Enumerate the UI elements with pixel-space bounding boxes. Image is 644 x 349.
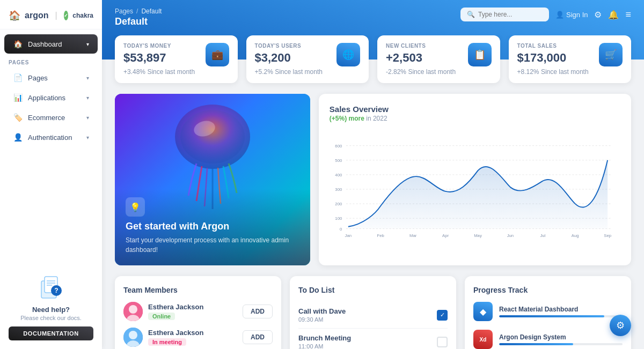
content-area: TODAY'S MONEY $53,897 +3.48% Since last … [102,35,644,349]
todo-checkbox-1[interactable] [437,337,448,347]
svg-text:?: ? [54,287,58,294]
featured-badge: 💡 [126,197,145,217]
header-actions: 👤 Sign In ⚙ 🔔 [555,10,619,20]
add-member-0-button[interactable]: ADD [243,305,273,318]
sidebar-nav: 🏠 Dashboard ▾ PAGES 📄 Pages ▾ 📊 Applicat… [0,29,102,263]
svg-text:300: 300 [335,187,342,192]
sidebar-help: ? Need help? Please check our docs. DOCU… [0,263,102,349]
svg-text:Jun: Jun [507,233,514,238]
breadcrumb-pages[interactable]: Pages [115,8,133,15]
page-title: Default [115,16,162,27]
stat-pct-sales: +8.12% [517,68,539,76]
pages-label: Pages [28,74,81,82]
logo-icon: 🏠 [9,10,20,21]
team-title: Team Members [123,286,273,294]
stat-card-sales: TOTAL SALES $173,000 +8.12% Since last m… [509,35,632,83]
header-left: Pages / Default Default [115,8,162,27]
stat-change-sales: +8.12% Since last month [517,68,589,76]
sidebar-item-dashboard[interactable]: 🏠 Dashboard ▾ [4,34,98,54]
progress-card: Progress Track ◆ React Material Dashboar… [465,276,631,349]
stat-card-clients: NEW CLIENTS +2,503 -2.82% Since last mon… [377,35,500,83]
avatar-svg-1 [123,328,143,347]
featured-content: 💡 Get started with Argon Start your deve… [115,189,310,265]
stat-label-clients: NEW CLIENTS [386,43,456,49]
search-input[interactable] [478,11,543,18]
todo-checkbox-0[interactable]: ✓ [437,310,448,321]
stat-value-clients: +2,503 [386,51,456,65]
auth-label: Authentication [28,133,81,142]
stat-icon-sales: 🛒 [599,43,623,66]
pages-icon: 📄 [13,73,23,83]
member-avatar-1 [123,328,143,347]
add-member-1-button[interactable]: ADD [243,330,273,344]
member-status-0: Online [148,313,175,320]
stat-cards: TODAY'S MONEY $53,897 +3.48% Since last … [115,35,631,83]
sales-chart: 600 500 400 300 200 100 0 Jan Feb Mar Ap… [330,128,620,251]
hamburger-button[interactable]: ≡ [625,9,631,20]
featured-card: 💡 Get started with Argon Start your deve… [115,94,310,265]
auth-icon: 👤 [13,132,23,142]
sidebar-dashboard-label: Dashboard [28,40,81,48]
stat-info-money: TODAY'S MONEY $53,897 +3.48% Since last … [123,43,195,76]
sales-subtitle: (+5%) more in 2022 [330,115,620,122]
progress-bar-1 [499,343,573,345]
svg-point-37 [129,331,137,339]
progress-icon-0: ◆ [473,302,493,321]
progress-item-1: Xd Argon Design System [473,330,623,349]
svg-point-34 [129,305,137,314]
progress-name-0: React Material Dashboard [499,306,623,313]
todo-task-0: Call with Dave [298,307,431,315]
progress-bar-wrap-0 [499,315,623,317]
svg-text:Jan: Jan [345,233,351,238]
sidebar-item-applications[interactable]: 📊 Applications ▾ [4,88,98,107]
header-right: 🔍 👤 Sign In ⚙ 🔔 ≡ [460,8,631,21]
breadcrumb: Pages / Default [115,8,162,15]
svg-text:600: 600 [335,144,342,148]
progress-info-1: Argon Design System [499,333,623,345]
team-members-card: Team Members Esthera Jackson Online ADD [115,276,281,349]
progress-item-0: ◆ React Material Dashboard [473,302,623,321]
logo-separator: | [55,11,57,20]
todo-task-1: Brunch Meeting [298,334,431,342]
progress-name-1: Argon Design System [499,333,623,341]
chart-area: 600 500 400 300 200 100 0 Jan Feb Mar Ap… [330,128,620,259]
svg-text:Jul: Jul [540,233,545,238]
stat-info-clients: NEW CLIENTS +2,503 -2.82% Since last mon… [386,43,456,76]
stat-change-clients: -2.82% Since last month [386,68,456,76]
chakra-badge: ✓ [64,11,69,20]
settings-fab[interactable]: ⚙ [610,315,631,336]
help-title: Need help? [32,306,70,314]
docs-button[interactable]: DOCUMENTATION [9,326,93,340]
sidebar-item-ecommerce[interactable]: 🏷️ Ecommerce ▾ [4,108,98,127]
settings-icon[interactable]: ⚙ [594,10,602,20]
ecommerce-icon: 🏷️ [13,113,23,122]
svg-point-8 [180,110,245,164]
svg-text:400: 400 [335,173,342,177]
notifications-icon[interactable]: 🔔 [608,10,619,20]
ecommerce-label: Ecommerce [28,114,81,122]
search-box: 🔍 [460,8,549,21]
sidebar-item-pages[interactable]: 📄 Pages ▾ [4,68,98,87]
svg-text:Aug: Aug [572,233,579,238]
stat-icon-money: 💼 [206,43,229,66]
todo-card: To Do List Call with Dave 09:30 AM ✓ Bru… [290,276,456,349]
stat-since-money: Since last month [147,68,195,76]
stat-info-users: TODAY'S USERS $3,200 +5.2% Since last mo… [255,43,323,76]
sidebar-item-authentication[interactable]: 👤 Authentication ▾ [4,128,98,147]
bottom-cards: Team Members Esthera Jackson Online ADD [115,276,631,349]
middle-row: 💡 Get started with Argon Start your deve… [115,94,631,265]
stat-value-money: $53,897 [123,51,195,65]
settings-fab-icon: ⚙ [616,320,625,331]
stat-value-sales: $173,000 [517,51,589,65]
chakra-label: chakra [72,12,93,19]
search-icon: 🔍 [467,11,475,18]
svg-text:Mar: Mar [409,233,417,238]
svg-text:May: May [474,233,482,238]
sales-header: Sales Overview (+5%) more in 2022 [330,105,620,122]
applications-label: Applications [28,94,81,102]
member-row-1: Esthera Jackson In meeting ADD [123,328,273,347]
stat-change-users: +5.2% Since last month [255,68,323,76]
sign-in-button[interactable]: 👤 Sign In [555,11,588,19]
help-illustration: ? [36,271,66,301]
help-icon-wrap: ? [36,271,66,301]
